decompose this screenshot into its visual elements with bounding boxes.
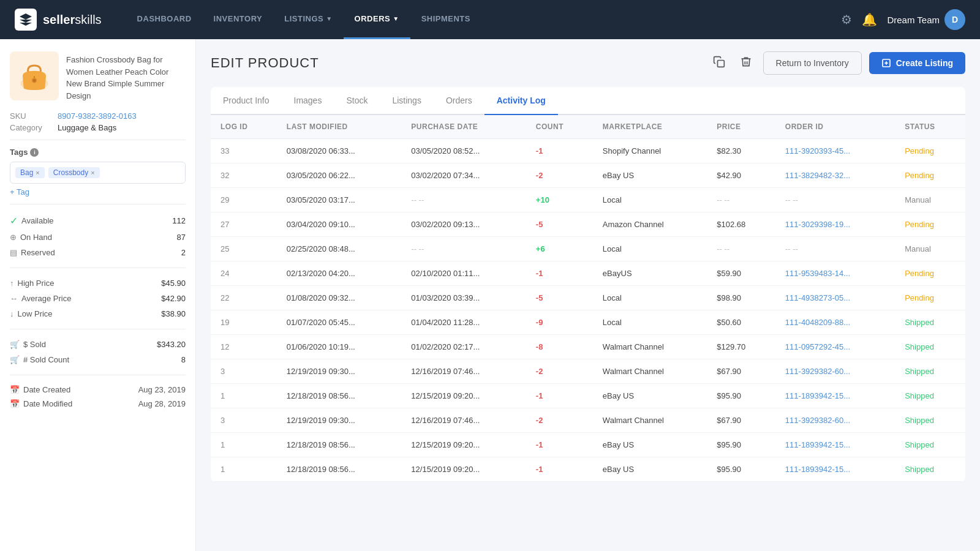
cell-count: -1 bbox=[526, 261, 593, 286]
logo-area[interactable]: sellerskills bbox=[15, 9, 102, 31]
table-row: 29 03/05/2020 03:17... -- -- +10 Local -… bbox=[211, 188, 965, 212]
cell-marketplace: Walmart Channel bbox=[593, 359, 707, 384]
cell-marketplace: Local bbox=[593, 237, 707, 261]
table-row: 1 12/18/2019 08:56... 12/15/2019 09:20..… bbox=[211, 384, 965, 408]
dates-section: 📅 Date Created Aug 23, 2019 📅 Date Modif… bbox=[10, 383, 186, 411]
cell-marketplace: Local bbox=[593, 310, 707, 335]
cell-status: Manual bbox=[895, 237, 965, 261]
cell-purchase-date: 12/15/2019 09:20... bbox=[401, 457, 526, 482]
cell-purchase-date: 12/16/2019 07:46... bbox=[401, 359, 526, 384]
cell-marketplace: Shopify Channel bbox=[593, 139, 707, 163]
cell-order-id[interactable]: 111-1893942-15... bbox=[775, 433, 895, 457]
cell-last-modified: 03/05/2020 06:22... bbox=[277, 163, 402, 188]
bell-icon[interactable]: 🔔 bbox=[862, 12, 877, 27]
cell-order-id[interactable]: 111-3829482-32... bbox=[775, 163, 895, 188]
tab-activity-log[interactable]: Activity Log bbox=[484, 87, 558, 115]
main-nav: DASHBOARD INVENTORY LISTINGS ▼ ORDERS ▼ … bbox=[126, 0, 842, 39]
tag-crossbody[interactable]: Crossbody × bbox=[48, 167, 100, 178]
low-price-label: ↓ Low Price bbox=[10, 309, 53, 318]
cell-order-id[interactable]: 111-0957292-45... bbox=[775, 335, 895, 359]
divider-4 bbox=[10, 329, 186, 329]
nav-shipments[interactable]: SHIPMENTS bbox=[410, 0, 481, 39]
tags-input-area[interactable]: Bag × Crossbody × bbox=[10, 162, 186, 184]
tag-crossbody-remove[interactable]: × bbox=[91, 169, 94, 176]
tag-bag[interactable]: Bag × bbox=[15, 167, 45, 178]
delete-button[interactable] bbox=[736, 52, 756, 75]
high-price-value: $45.90 bbox=[161, 279, 186, 288]
product-image bbox=[10, 51, 59, 100]
cell-marketplace: Walmart Channel bbox=[593, 408, 707, 433]
cell-status: Shipped bbox=[895, 335, 965, 359]
cell-purchase-date: 01/04/2020 11:28... bbox=[401, 310, 526, 335]
cell-purchase-date: 03/02/2020 09:13... bbox=[401, 212, 526, 237]
tags-section: Tags i Bag × Crossbody × + Tag bbox=[10, 148, 186, 197]
create-listing-button[interactable]: Create Listing bbox=[869, 52, 965, 74]
low-price-icon: ↓ bbox=[10, 309, 14, 318]
nav-listings[interactable]: LISTINGS ▼ bbox=[273, 0, 343, 39]
tab-orders[interactable]: Orders bbox=[434, 87, 484, 115]
tab-listings[interactable]: Listings bbox=[380, 87, 433, 115]
cell-order-id[interactable]: 111-3920393-45... bbox=[775, 139, 895, 163]
avg-price-value: $42.90 bbox=[161, 294, 186, 303]
avg-price-icon: ↔ bbox=[10, 294, 18, 303]
settings-icon[interactable]: ⚙ bbox=[841, 12, 852, 27]
cell-purchase-date: -- -- bbox=[401, 188, 526, 212]
cell-log-id: 3 bbox=[211, 359, 277, 384]
return-to-inventory-button[interactable]: Return to Inventory bbox=[763, 51, 862, 75]
stat-high-price: ↑ High Price $45.90 bbox=[10, 276, 186, 291]
date-modified-value: Aug 28, 2019 bbox=[138, 399, 186, 408]
cell-count: -2 bbox=[526, 163, 593, 188]
cell-order-id[interactable]: 111-9539483-14... bbox=[775, 261, 895, 286]
sku-value[interactable]: 8907-9382-3892-0163 bbox=[58, 111, 137, 121]
divider-2 bbox=[10, 204, 186, 204]
cell-last-modified: 03/04/2020 09:10... bbox=[277, 212, 402, 237]
cell-status: Manual bbox=[895, 188, 965, 212]
cell-order-id[interactable]: 111-4048209-88... bbox=[775, 310, 895, 335]
col-status: STATUS bbox=[895, 115, 965, 139]
cell-log-id: 29 bbox=[211, 188, 277, 212]
cell-log-id: 3 bbox=[211, 408, 277, 433]
divider-5 bbox=[10, 375, 186, 375]
nav-orders[interactable]: ORDERS ▼ bbox=[344, 0, 410, 39]
product-title: Fashion Crossbody Bag for Women Leather … bbox=[66, 51, 186, 102]
nav-inventory[interactable]: INVENTORY bbox=[203, 0, 274, 39]
cell-count: +6 bbox=[526, 237, 593, 261]
cell-count: -5 bbox=[526, 212, 593, 237]
cell-status: Shipped bbox=[895, 384, 965, 408]
table-row: 22 01/08/2020 09:32... 01/03/2020 03:39.… bbox=[211, 286, 965, 310]
tab-product-info[interactable]: Product Info bbox=[211, 87, 282, 115]
add-tag-button[interactable]: + Tag bbox=[10, 187, 186, 197]
cell-status: Pending bbox=[895, 261, 965, 286]
table-row: 32 03/05/2020 06:22... 03/02/2020 07:34.… bbox=[211, 163, 965, 188]
sold-section: 🛒 $ Sold $343.20 🛒 # Sold Count 8 bbox=[10, 337, 186, 367]
cell-order-id[interactable]: 111-3029398-19... bbox=[775, 212, 895, 237]
cell-price: $98.90 bbox=[707, 286, 775, 310]
cell-marketplace: eBay US bbox=[593, 457, 707, 482]
cell-order-id[interactable]: 111-1893942-15... bbox=[775, 384, 895, 408]
cell-log-id: 33 bbox=[211, 139, 277, 163]
stat-available-label: ✓ Available bbox=[10, 215, 54, 227]
user-area[interactable]: Dream Team D bbox=[887, 9, 965, 30]
cell-status: Shipped bbox=[895, 408, 965, 433]
tag-bag-remove[interactable]: × bbox=[36, 169, 39, 176]
col-order-id: ORDER ID bbox=[775, 115, 895, 139]
tab-stock[interactable]: Stock bbox=[334, 87, 380, 115]
cell-count: -2 bbox=[526, 359, 593, 384]
stat-on-hand-label: ⊕ On Hand bbox=[10, 233, 52, 242]
cell-order-id[interactable]: 111-1893942-15... bbox=[775, 457, 895, 482]
cell-last-modified: 12/19/2019 09:30... bbox=[277, 408, 402, 433]
tab-images[interactable]: Images bbox=[282, 87, 334, 115]
copy-button[interactable] bbox=[709, 52, 729, 75]
nav-dashboard[interactable]: DASHBOARD bbox=[126, 0, 203, 39]
high-price-icon: ↑ bbox=[10, 279, 14, 288]
cell-last-modified: 01/07/2020 05:45... bbox=[277, 310, 402, 335]
cell-marketplace: Local bbox=[593, 286, 707, 310]
cell-order-id[interactable]: 111-4938273-05... bbox=[775, 286, 895, 310]
count-sold-value: 8 bbox=[181, 355, 186, 364]
cell-price: $42.90 bbox=[707, 163, 775, 188]
cell-price: $50.60 bbox=[707, 310, 775, 335]
cell-order-id[interactable]: 111-3929382-60... bbox=[775, 408, 895, 433]
col-count: COUNT bbox=[526, 115, 593, 139]
cell-order-id[interactable]: 111-3929382-60... bbox=[775, 359, 895, 384]
cell-marketplace: Local bbox=[593, 188, 707, 212]
